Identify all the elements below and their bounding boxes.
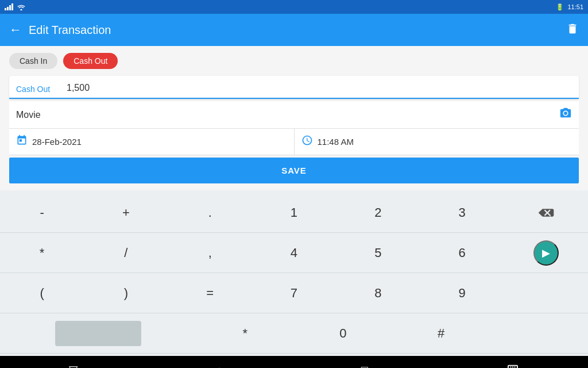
key-spacer <box>55 321 141 346</box>
app-bar: ← Edit Transaction <box>0 14 588 46</box>
page-title: Edit Transaction <box>29 24 111 37</box>
key-5[interactable]: 5 <box>336 233 420 273</box>
clock-icon <box>301 135 313 149</box>
key-multiply[interactable]: * <box>0 233 84 273</box>
datetime-row: 28-Feb-2021 11:48 AM <box>9 129 579 155</box>
key-enter-cell: ▶ <box>504 233 588 273</box>
key-row-3: ( ) = 7 8 9 <box>0 273 588 313</box>
amount-row: Cash Out <box>9 76 579 99</box>
note-row <box>9 101 579 129</box>
nav-keyboard-button[interactable] <box>506 364 519 369</box>
key-enter[interactable]: ▶ <box>533 240 559 266</box>
toggle-row: Cash In Cash Out <box>9 53 579 69</box>
key-2[interactable]: 2 <box>336 193 420 233</box>
status-bar-left <box>5 3 26 10</box>
key-divide[interactable]: / <box>84 233 168 273</box>
key-equals[interactable]: = <box>168 273 252 313</box>
key-4[interactable]: 4 <box>252 233 336 273</box>
time-text: 11:48 AM <box>318 137 354 147</box>
key-comma[interactable]: , <box>168 233 252 273</box>
key-0[interactable]: 0 <box>294 313 392 354</box>
key-backspace[interactable] <box>504 193 588 233</box>
key-asterisk[interactable]: * <box>196 313 294 354</box>
key-6[interactable]: 6 <box>420 233 504 273</box>
status-time: 11:51 <box>567 3 583 10</box>
nav-home-button[interactable]: ○ <box>216 363 223 369</box>
key-dot[interactable]: . <box>168 193 252 233</box>
note-input[interactable] <box>16 110 559 120</box>
key-plus[interactable]: + <box>84 193 168 233</box>
cash-out-button[interactable]: Cash Out <box>63 53 118 69</box>
key-row-2: * / , 4 5 6 ▶ <box>0 233 588 273</box>
key-empty-2 <box>490 313 588 354</box>
key-minus[interactable]: - <box>0 193 84 233</box>
app-bar-left: ← Edit Transaction <box>9 24 111 37</box>
key-hash[interactable]: # <box>392 313 490 354</box>
nav-back-button[interactable]: ▽ <box>69 363 78 368</box>
camera-button[interactable] <box>559 107 572 122</box>
time-section[interactable]: 11:48 AM <box>295 129 579 155</box>
key-row-4: * 0 # <box>0 313 588 354</box>
amount-card: Cash Out <box>9 76 579 99</box>
trash-icon <box>566 22 579 35</box>
key-9[interactable]: 9 <box>420 273 504 313</box>
key-empty <box>504 273 588 313</box>
calendar-icon <box>16 135 28 149</box>
key-3[interactable]: 3 <box>420 193 504 233</box>
wifi-icon <box>17 3 26 10</box>
nav-recent-button[interactable]: □ <box>361 363 368 369</box>
key-8[interactable]: 8 <box>336 273 420 313</box>
delete-button[interactable] <box>566 22 579 38</box>
amount-label: Cash Out <box>16 85 62 94</box>
keyboard-icon <box>506 364 519 369</box>
amount-input[interactable] <box>62 80 572 98</box>
key-right-paren[interactable]: ) <box>84 273 168 313</box>
keyboard: - + . 1 2 3 * / , 4 5 6 ▶ ( ) = 7 8 9 <box>0 190 588 356</box>
signal-icon <box>5 3 13 10</box>
battery-icon: 🔋 <box>556 3 564 11</box>
status-bar-right: 🔋 11:51 <box>556 3 583 11</box>
key-row-1: - + . 1 2 3 <box>0 193 588 233</box>
status-bar: 🔋 11:51 <box>0 0 588 14</box>
key-left-paren[interactable]: ( <box>0 273 84 313</box>
content-area: Cash In Cash Out Cash Out 28-Feb-2021 <box>0 46 588 190</box>
back-button[interactable]: ← <box>9 24 22 36</box>
save-button[interactable]: SAVE <box>9 158 579 183</box>
key-spacer-cell <box>0 313 196 354</box>
backspace-icon <box>538 207 554 218</box>
key-7[interactable]: 7 <box>252 273 336 313</box>
cash-in-button[interactable]: Cash In <box>9 53 57 69</box>
bottom-nav: ▽ ○ □ <box>0 356 588 368</box>
key-1[interactable]: 1 <box>252 193 336 233</box>
date-text: 28-Feb-2021 <box>32 137 82 147</box>
camera-icon <box>559 107 572 120</box>
date-section[interactable]: 28-Feb-2021 <box>9 129 295 155</box>
